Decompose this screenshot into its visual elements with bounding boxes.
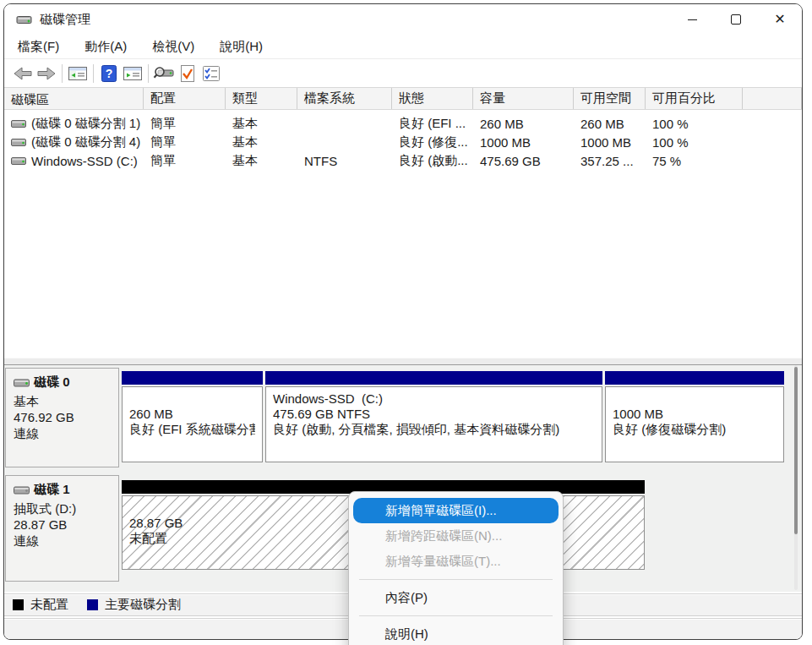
menu-view[interactable]: 檢視(V) (145, 36, 201, 57)
column-header-volume[interactable]: 磁碟區 (4, 88, 144, 109)
maximize-icon (731, 14, 741, 25)
column-header-blank (743, 88, 802, 109)
volume-row-windows-ssd[interactable]: Windows-SSD (C:) 簡單 基本 NTFS 良好 (啟動... 47… (4, 151, 802, 170)
back-icon (13, 66, 33, 81)
legend-label-primary: 主要磁碟分割 (105, 597, 181, 613)
disk-drive-app-icon (16, 14, 32, 25)
partition-efi-system[interactable]: 260 MB 良好 (EFI 系統磁碟分割 (122, 371, 263, 462)
cell-percentfree: 75 % (646, 154, 743, 168)
menu-item-new-striped-volume: 新增等量磁碟區(T)... (353, 549, 559, 574)
check-document-icon (179, 64, 196, 83)
svg-text:?: ? (106, 67, 113, 80)
cell-type: 基本 (226, 116, 297, 132)
partition-status: 良好 (修復磁碟分割) (613, 422, 777, 437)
volume-icon (11, 156, 26, 166)
disk-kind: 抽取式 (D:) (14, 500, 111, 517)
console-tree-icon (68, 65, 88, 82)
menu-item-new-simple-volume[interactable]: 新增簡單磁碟區(I)... (353, 498, 559, 523)
disk-status: 連線 (14, 425, 111, 441)
context-menu: 新增簡單磁碟區(I)... 新增跨距磁碟區(N)... 新增等量磁碟區(T)..… (348, 491, 564, 645)
cell-status: 良好 (EFI ... (392, 116, 473, 132)
refresh-button[interactable] (176, 63, 199, 85)
cell-status: 良好 (啟動... (392, 153, 473, 169)
cell-capacity: 475.69 GB (473, 154, 574, 168)
legend-label-unallocated: 未配置 (30, 597, 68, 613)
view-options-button[interactable] (199, 63, 223, 85)
cell-type: 基本 (226, 134, 297, 150)
show-action-pane-button[interactable] (121, 63, 144, 85)
volume-list: 磁碟區 配置 類型 檔案系統 狀態 容量 可用空間 可用百分比 (磁碟 0 磁碟… (4, 88, 802, 357)
column-header-capacity[interactable]: 容量 (473, 88, 574, 109)
vertical-scrollbar-thumb[interactable] (794, 367, 798, 534)
maximize-button[interactable] (714, 4, 758, 35)
volume-name: Windows-SSD (C:) (31, 154, 138, 168)
help-icon: ? (101, 64, 117, 83)
menu-item-properties[interactable]: 內容(P) (353, 585, 559, 610)
partition-recovery[interactable]: 1000 MB 良好 (修復磁碟分割) (605, 371, 784, 462)
partition-color-bar (265, 371, 602, 385)
column-header-layout[interactable]: 配置 (144, 88, 226, 109)
cell-filesystem: NTFS (297, 154, 392, 168)
disk-size: 28.87 GB (14, 517, 111, 533)
minimize-icon (688, 19, 697, 20)
rescan-disks-button[interactable] (152, 63, 176, 85)
show-console-tree-button[interactable] (66, 63, 90, 85)
rescan-disks-icon (153, 65, 175, 82)
disk-name: 磁碟 1 (34, 482, 70, 498)
partition-size: 260 MB (129, 407, 255, 422)
volume-name: (磁碟 0 磁碟分割 1) (31, 116, 140, 132)
cell-layout: 簡單 (144, 116, 226, 132)
toolbar-separator (148, 64, 149, 83)
partition-label: Windows-SSD (C:) (273, 391, 595, 407)
back-button[interactable] (11, 63, 35, 85)
volume-row-partition-4[interactable]: (磁碟 0 磁碟分割 4) 簡單 基本 良好 (修復... 1000 MB 10… (4, 133, 802, 151)
partition-size: 475.69 GB NTFS (273, 407, 595, 422)
volume-icon (11, 118, 26, 128)
cell-capacity: 260 MB (473, 117, 574, 131)
cell-percentfree: 100 % (646, 135, 743, 150)
legend-swatch-primary (87, 599, 98, 610)
disk-icon (14, 484, 30, 495)
volume-row-partition-1[interactable]: (磁碟 0 磁碟分割 1) 簡單 基本 良好 (EFI ... 260 MB 2… (4, 114, 802, 133)
menu-bar: 檔案(F) 動作(A) 檢視(V) 說明(H) (4, 35, 802, 59)
toolbar-separator (93, 64, 94, 83)
pane-splitter[interactable] (4, 357, 802, 365)
disk-size: 476.92 GB (14, 409, 111, 425)
volume-list-header: 磁碟區 配置 類型 檔案系統 狀態 容量 可用空間 可用百分比 (4, 88, 802, 110)
column-header-filesystem[interactable]: 檔案系統 (297, 88, 392, 109)
partition-color-bar (122, 371, 263, 385)
column-header-freespace[interactable]: 可用空間 (574, 88, 646, 109)
forward-icon (36, 66, 57, 81)
menu-item-help[interactable]: 說明(H) (353, 621, 559, 645)
partition-status: 良好 (EFI 系統磁碟分割 (129, 422, 255, 437)
toolbar: ? (4, 59, 802, 88)
toolbar-separator (62, 64, 63, 83)
column-header-percentfree[interactable]: 可用百分比 (646, 88, 743, 109)
cell-freespace: 260 MB (574, 117, 646, 131)
forward-button[interactable] (35, 63, 58, 85)
menu-item-new-spanned-volume: 新增跨距磁碟區(N)... (353, 523, 559, 549)
column-header-type[interactable]: 類型 (226, 88, 297, 109)
volume-icon (11, 137, 26, 147)
menu-file[interactable]: 檔案(F) (11, 36, 66, 57)
minimize-button[interactable] (670, 4, 714, 35)
menu-help[interactable]: 說明(H) (213, 36, 270, 57)
disk-0-label-panel[interactable]: 磁碟 0 基本 476.92 GB 連線 (5, 368, 119, 467)
cell-status: 良好 (修復... (392, 134, 473, 150)
close-button[interactable]: ✕ (758, 4, 802, 35)
partition-windows-ssd-c[interactable]: Windows-SSD (C:) 475.69 GB NTFS 良好 (啟動, … (265, 371, 602, 462)
legend-swatch-unallocated (13, 599, 24, 610)
cell-layout: 簡單 (144, 134, 226, 150)
disk-0-row: 磁碟 0 基本 476.92 GB 連線 260 MB 良好 (EFI 系統磁碟… (4, 368, 802, 471)
partition-status: 良好 (啟動, 分頁檔案, 損毀傾印, 基本資料磁碟分割) (273, 422, 595, 437)
cell-capacity: 1000 MB (473, 135, 574, 150)
title-bar: 磁碟管理 ✕ (4, 4, 802, 35)
action-pane-icon (123, 65, 143, 82)
partition-size: 1000 MB (613, 407, 777, 422)
disk-kind: 基本 (14, 393, 111, 409)
disk-1-label-panel[interactable]: 磁碟 1 抽取式 (D:) 28.87 GB 連線 (5, 475, 119, 582)
menu-action[interactable]: 動作(A) (78, 36, 134, 57)
cell-freespace: 1000 MB (574, 135, 646, 150)
help-button[interactable]: ? (97, 63, 121, 85)
column-header-status[interactable]: 狀態 (392, 88, 473, 109)
